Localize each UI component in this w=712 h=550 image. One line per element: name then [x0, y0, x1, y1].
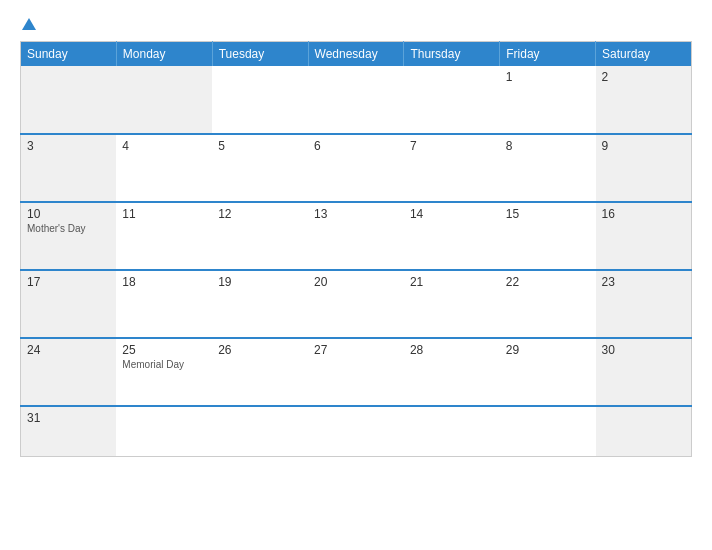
calendar-week-row: 17181920212223 [21, 270, 692, 338]
day-number: 2 [602, 70, 685, 84]
day-number: 24 [27, 343, 110, 357]
calendar-cell [308, 66, 404, 134]
calendar-cell: 6 [308, 134, 404, 202]
calendar-cell: 10Mother's Day [21, 202, 117, 270]
day-number: 14 [410, 207, 494, 221]
holiday-label: Mother's Day [27, 223, 110, 234]
day-number: 17 [27, 275, 110, 289]
day-number: 11 [122, 207, 206, 221]
calendar-cell: 22 [500, 270, 596, 338]
calendar-cell: 28 [404, 338, 500, 406]
day-number: 18 [122, 275, 206, 289]
calendar-cell: 24 [21, 338, 117, 406]
holiday-label: Memorial Day [122, 359, 206, 370]
calendar-cell [404, 406, 500, 456]
logo-triangle-icon [22, 18, 36, 30]
calendar-cell: 31 [21, 406, 117, 456]
calendar-cell: 5 [212, 134, 308, 202]
calendar-cell: 30 [596, 338, 692, 406]
calendar-cell: 15 [500, 202, 596, 270]
day-number: 15 [506, 207, 590, 221]
calendar-cell: 26 [212, 338, 308, 406]
calendar-cell: 12 [212, 202, 308, 270]
calendar-week-row: 10Mother's Day111213141516 [21, 202, 692, 270]
calendar-cell: 4 [116, 134, 212, 202]
calendar-week-row: 2425Memorial Day2627282930 [21, 338, 692, 406]
day-number: 12 [218, 207, 302, 221]
day-number: 10 [27, 207, 110, 221]
day-number: 1 [506, 70, 590, 84]
calendar-cell [212, 66, 308, 134]
day-number: 3 [27, 139, 110, 153]
day-number: 29 [506, 343, 590, 357]
calendar-cell: 3 [21, 134, 117, 202]
day-number: 20 [314, 275, 398, 289]
calendar-cell: 18 [116, 270, 212, 338]
logo [20, 18, 36, 31]
calendar-cell: 11 [116, 202, 212, 270]
calendar-header-row: SundayMondayTuesdayWednesdayThursdayFrid… [21, 42, 692, 67]
calendar-cell: 2 [596, 66, 692, 134]
calendar-cell: 17 [21, 270, 117, 338]
calendar-cell: 14 [404, 202, 500, 270]
day-header-saturday: Saturday [596, 42, 692, 67]
day-header-wednesday: Wednesday [308, 42, 404, 67]
calendar-cell: 13 [308, 202, 404, 270]
calendar-cell: 16 [596, 202, 692, 270]
day-header-tuesday: Tuesday [212, 42, 308, 67]
calendar-cell: 27 [308, 338, 404, 406]
calendar-cell: 29 [500, 338, 596, 406]
day-header-sunday: Sunday [21, 42, 117, 67]
day-number: 7 [410, 139, 494, 153]
calendar-cell [116, 406, 212, 456]
day-number: 22 [506, 275, 590, 289]
calendar-cell: 25Memorial Day [116, 338, 212, 406]
calendar-cell: 8 [500, 134, 596, 202]
calendar-cell [116, 66, 212, 134]
day-number: 25 [122, 343, 206, 357]
calendar-cell [212, 406, 308, 456]
calendar-cell: 23 [596, 270, 692, 338]
calendar-cell [308, 406, 404, 456]
calendar-week-row: 31 [21, 406, 692, 456]
calendar-cell [500, 406, 596, 456]
calendar-cell: 20 [308, 270, 404, 338]
calendar-week-row: 12 [21, 66, 692, 134]
day-number: 6 [314, 139, 398, 153]
day-number: 8 [506, 139, 590, 153]
calendar-table: SundayMondayTuesdayWednesdayThursdayFrid… [20, 41, 692, 457]
day-number: 28 [410, 343, 494, 357]
day-number: 31 [27, 411, 110, 425]
day-header-friday: Friday [500, 42, 596, 67]
calendar-cell: 7 [404, 134, 500, 202]
calendar-week-row: 3456789 [21, 134, 692, 202]
calendar-cell: 9 [596, 134, 692, 202]
day-header-thursday: Thursday [404, 42, 500, 67]
day-number: 9 [602, 139, 685, 153]
day-number: 30 [602, 343, 685, 357]
calendar-cell [404, 66, 500, 134]
day-number: 4 [122, 139, 206, 153]
day-number: 5 [218, 139, 302, 153]
calendar-cell: 1 [500, 66, 596, 134]
day-header-monday: Monday [116, 42, 212, 67]
day-number: 16 [602, 207, 685, 221]
day-number: 26 [218, 343, 302, 357]
calendar-cell [21, 66, 117, 134]
day-number: 21 [410, 275, 494, 289]
day-number: 19 [218, 275, 302, 289]
header [20, 18, 692, 31]
calendar-cell [596, 406, 692, 456]
page: SundayMondayTuesdayWednesdayThursdayFrid… [0, 0, 712, 550]
calendar-cell: 21 [404, 270, 500, 338]
day-number: 23 [602, 275, 685, 289]
day-number: 13 [314, 207, 398, 221]
day-number: 27 [314, 343, 398, 357]
calendar-cell: 19 [212, 270, 308, 338]
